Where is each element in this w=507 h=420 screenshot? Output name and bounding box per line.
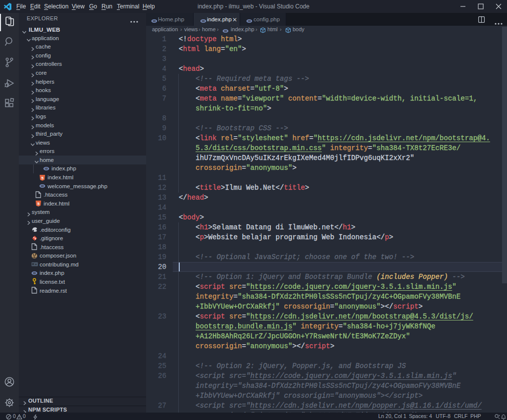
svg-text:5: 5: [37, 202, 40, 206]
svg-text:5: 5: [41, 175, 44, 180]
